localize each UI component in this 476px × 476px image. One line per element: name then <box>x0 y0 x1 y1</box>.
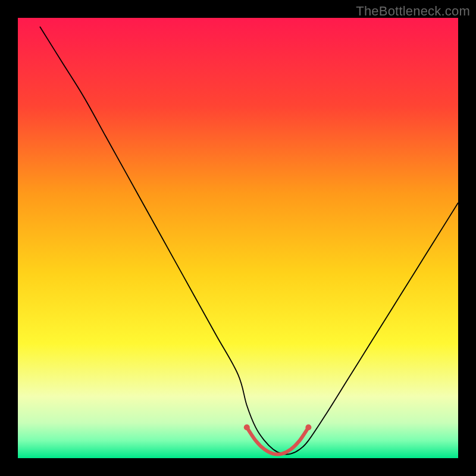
watermark-text: TheBottleneck.com <box>356 4 470 19</box>
bottleneck-curve <box>18 18 458 458</box>
plot-area <box>18 18 458 458</box>
svg-point-1 <box>244 424 250 430</box>
svg-point-2 <box>305 424 311 430</box>
